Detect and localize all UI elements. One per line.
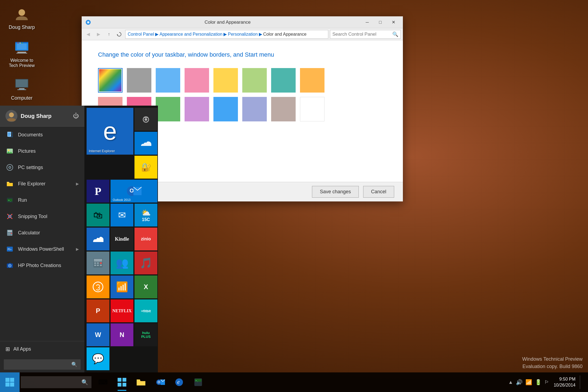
ie-logo: e [103, 117, 117, 145]
color-swatch-yellow[interactable] [213, 68, 238, 93]
color-swatch-lavender[interactable] [242, 97, 267, 121]
svg-point-59 [145, 118, 147, 121]
breadcrumb-control-panel[interactable]: Control Panel [128, 32, 154, 37]
back-button[interactable]: ◀ [84, 30, 93, 39]
color-swatch-white[interactable] [300, 97, 324, 121]
color-swatch-gray[interactable] [127, 68, 151, 93]
power-button[interactable]: ⏻ [73, 112, 79, 120]
taskbar-search-input[interactable] [24, 379, 81, 385]
tile-onenote[interactable]: N [111, 323, 133, 346]
tile-calc[interactable] [87, 252, 109, 274]
notification-icon[interactable]: ▲ [508, 379, 513, 385]
battery-icon[interactable]: 🔋 [535, 379, 542, 385]
tile-zinio[interactable]: zinio [134, 228, 157, 250]
powershell-icon: PS> [5, 245, 14, 253]
tile-skype[interactable]: 💬 [87, 347, 109, 370]
start-user-info: Doug Sharp [5, 110, 51, 122]
svg-rect-57 [9, 263, 11, 264]
taskbar-app-keyboard[interactable]: ⌨ [94, 373, 112, 391]
all-apps-button[interactable]: ⊞ All Apps [0, 341, 84, 357]
svg-rect-48 [11, 233, 12, 234]
taskbar-app-file-explorer[interactable] [132, 373, 150, 391]
breadcrumb[interactable]: Control Panel ▶ Appearance and Personali… [125, 30, 328, 39]
start-item-pc-settings[interactable]: PC settings [0, 159, 84, 176]
window-title: Color and Appearance [94, 20, 361, 25]
system-tray: ▲ 🔊 📶 🔋 🏳 [508, 379, 549, 385]
search-bar[interactable]: 🔍 [330, 30, 401, 39]
tile-kindle[interactable]: Kindle [111, 228, 133, 250]
cancel-button[interactable]: Cancel [363, 186, 394, 198]
color-swatch-tan[interactable] [271, 97, 296, 121]
taskbar-app-outlook[interactable]: O [151, 373, 169, 391]
tile-music[interactable]: 🎵 [134, 252, 157, 274]
tile-camera[interactable] [134, 108, 157, 131]
start-search-bar[interactable]: 🔍 [4, 359, 81, 370]
start-item-pictures[interactable]: Pictures [0, 143, 84, 159]
start-search-input[interactable] [7, 362, 71, 367]
search-input[interactable] [332, 32, 392, 37]
taskbar-app-control-panel[interactable] [113, 373, 131, 391]
show-desktop-button[interactable] [580, 375, 583, 389]
start-item-snipping-tool[interactable]: Snipping Tool [0, 208, 84, 225]
minimize-button[interactable]: ─ [361, 17, 373, 27]
close-button[interactable]: ✕ [387, 17, 400, 27]
tile-outlook[interactable]: O Outlook 2013 [111, 180, 157, 203]
color-swatch-teal[interactable] [271, 68, 296, 93]
start-avatar[interactable] [5, 110, 17, 122]
start-item-documents[interactable]: Documents [0, 127, 84, 143]
forward-button[interactable]: ▶ [94, 30, 103, 39]
tile-wifi[interactable]: 📶 [111, 275, 133, 298]
start-item-powershell[interactable]: PS> Windows PowerShell ▶ [0, 241, 84, 257]
tile-word[interactable]: W [87, 323, 109, 346]
start-item-hp-photo[interactable]: HP Photo Creations [0, 257, 84, 274]
color-swatch-multicolor[interactable] [98, 68, 122, 93]
breadcrumb-appearance[interactable]: Appearance and Personalization [160, 32, 222, 37]
color-swatch-bright-green[interactable] [156, 97, 180, 121]
desktop-icon-welcome[interactable]: Welcome to Tech Preview [5, 39, 38, 68]
breadcrumb-color[interactable]: Color and Appearance [263, 32, 307, 37]
clock[interactable]: 9:50 PM 10/26/2014 [554, 376, 575, 388]
tile-mail[interactable]: ✉ [111, 204, 133, 226]
up-button[interactable]: ↑ [105, 30, 113, 39]
tile-fitbit[interactable]: +fitbit [134, 299, 157, 322]
hp-photo-icon [5, 261, 14, 270]
start-item-run[interactable]: >_ Run [0, 192, 84, 208]
tile-ppt[interactable]: P [87, 299, 109, 322]
svg-rect-30 [8, 134, 11, 134]
taskbar-app-ie[interactable]: e [170, 373, 188, 391]
maximize-button[interactable]: □ [374, 17, 387, 27]
taskbar-app-extra[interactable]: >_ [189, 373, 207, 391]
tile-store[interactable]: 🛍 [87, 204, 109, 226]
tile-onedrive[interactable] [134, 132, 157, 155]
tile-weather[interactable]: ⛅ 15C [134, 204, 157, 226]
start-item-calculator[interactable]: Calculator [0, 225, 84, 241]
refresh-button[interactable] [115, 30, 124, 39]
color-swatch-green[interactable] [242, 68, 267, 93]
save-changes-button[interactable]: Save changes [312, 186, 359, 198]
svg-rect-3 [17, 52, 26, 53]
desktop-icon-doug-sharp[interactable]: Doug Sharp [5, 5, 38, 30]
tile-hulu[interactable]: huluPLUS [134, 323, 157, 346]
color-swatch-orange[interactable] [300, 68, 324, 93]
tile-excel[interactable]: X [134, 275, 157, 298]
speaker-icon[interactable]: 🔊 [516, 379, 523, 385]
tile-internet-explorer[interactable]: e Internet Explorer [87, 108, 133, 155]
taskbar-search-box[interactable]: 🔍 [21, 376, 91, 388]
tile-onedrive2[interactable] [87, 228, 109, 250]
start-button[interactable] [0, 372, 20, 392]
svg-point-37 [9, 167, 11, 168]
desktop-icon-computer[interactable]: Computer [5, 76, 38, 101]
breadcrumb-personalization[interactable]: Personalization [228, 32, 258, 37]
wifi-tray-icon[interactable]: 📶 [525, 379, 532, 385]
svg-rect-74 [118, 383, 121, 387]
start-item-file-explorer[interactable]: File Explorer ▶ [0, 176, 84, 192]
tile-norton[interactable]: 🔐 [134, 156, 157, 179]
tile-publishers-clearing[interactable]: P [87, 180, 109, 203]
tile-netflix[interactable]: NETFLIX [111, 299, 133, 322]
color-swatch-sky-blue[interactable] [213, 97, 238, 121]
color-swatch-light-blue[interactable] [156, 68, 180, 93]
color-swatch-pink[interactable] [185, 68, 209, 93]
color-swatch-purple[interactable] [185, 97, 209, 121]
tile-people[interactable]: 👥 [111, 252, 133, 274]
tile-mybudget[interactable] [87, 275, 109, 298]
